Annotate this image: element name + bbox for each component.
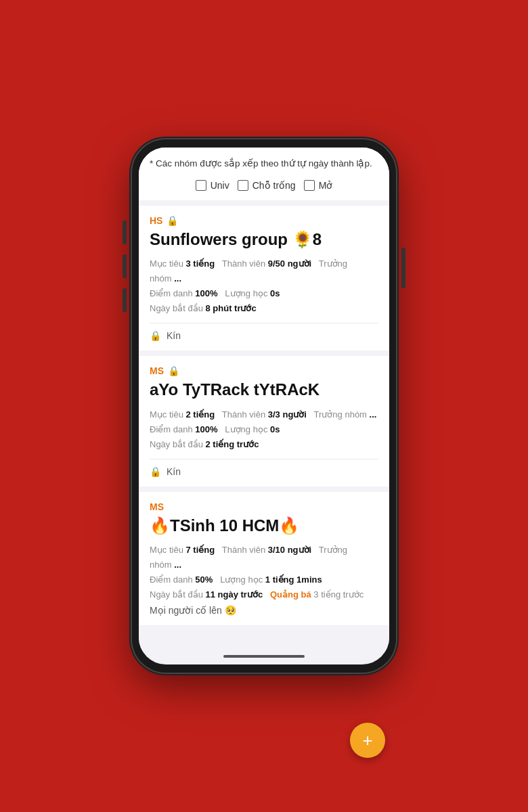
meta-label-ngaybatdau-1: Ngày bắt đầu — [150, 303, 203, 313]
meta-val-ngaybatdau-2: 2 tiếng trước — [206, 439, 259, 449]
status-lock-icon-2: 🔒 — [150, 466, 161, 477]
meta-label-muctieu-2: Mục tiêu — [150, 409, 183, 420]
note-section: * Các nhóm được sắp xếp theo thứ tự ngày… — [139, 148, 389, 200]
meta-val-luonghoc-2: 0s — [270, 424, 280, 434]
group-message-3: Mọi người cố lên 🥺 — [150, 605, 378, 616]
meta-label-luonghoc-2: Lượng học — [225, 424, 267, 434]
group-title-1: Sunflowers group 🌻8 — [150, 229, 378, 250]
group-meta-line3-1: Ngày bắt đầu 8 phút trước — [150, 301, 378, 316]
checkbox-cho-trong[interactable] — [238, 180, 248, 191]
group-title-2: aYo TyTRack tYtRAcK — [150, 379, 378, 400]
filter-label-cho-trong: Chỗ trống — [252, 180, 296, 191]
status-label-1: Kín — [167, 330, 181, 341]
group-title-3: 🔥TSinh 10 HCM🔥 — [150, 515, 378, 536]
meta-val-ngaybatdau-3: 11 ngày trước — [206, 589, 263, 600]
phone-frame: * Các nhóm được sắp xếp theo thứ tự ngày… — [132, 139, 396, 673]
status-lock-icon-1: 🔒 — [150, 330, 161, 341]
group-meta-line3-3: Ngày bắt đầu 11 ngày trước Quảng bá 3 ti… — [150, 587, 378, 602]
meta-val-truongnhom-2: ... — [370, 409, 377, 420]
filter-item-univ[interactable]: Univ — [196, 180, 229, 191]
meta-label-ngaybatdau-3: Ngày bắt đầu — [150, 589, 203, 600]
meta-val-luonghoc-1: 0s — [270, 288, 280, 298]
group-divider-2 — [150, 459, 378, 459]
status-label-2: Kín — [167, 466, 181, 477]
group-meta-line2-3: Điểm danh 50% Lượng học 1 tiếng 1mins — [150, 572, 378, 587]
meta-val-ngaybatdau-1: 8 phút trước — [206, 303, 257, 313]
group-meta-3: Mục tiêu 7 tiếng Thành viên 3/10 người T… — [150, 543, 378, 602]
home-bar — [223, 655, 305, 658]
filter-item-mo[interactable]: Mở — [304, 180, 333, 191]
group-badge-3: MS — [150, 501, 378, 512]
meta-val-truongnhom-3: ... — [174, 560, 181, 570]
lock-icon-1: 🔒 — [167, 215, 178, 226]
meta-val-thanhvien-3: 3/10 người — [268, 545, 311, 555]
group-meta-1: Mục tiêu 3 tiếng Thành viên 9/50 người T… — [150, 256, 378, 316]
group-badge-1: HS 🔒 — [150, 215, 378, 226]
meta-label-luonghoc-3: Lượng học — [220, 574, 263, 585]
group-meta-line3-2: Ngày bắt đầu 2 tiếng trước — [150, 437, 378, 452]
quang-ba-val-3: 3 tiếng trước — [313, 589, 364, 600]
meta-label-thanhvien-2: Thành viên — [222, 409, 265, 420]
meta-val-muctieu-3: 7 tiếng — [186, 545, 215, 555]
group-meta-line2-2: Điểm danh 100% Lượng học 0s — [150, 422, 378, 437]
filter-item-cho-trong[interactable]: Chỗ trống — [238, 180, 296, 191]
meta-label-thanhvien-3: Thành viên — [222, 545, 265, 555]
group-badge-2: MS 🔒 — [150, 365, 378, 376]
meta-val-muctieu-1: 3 tiếng — [186, 258, 215, 269]
fab-button[interactable]: + — [350, 723, 385, 758]
checkbox-mo[interactable] — [304, 180, 315, 191]
group-card-2[interactable]: MS 🔒 aYo TyTRack tYtRAcK Mục tiêu 2 tiến… — [139, 356, 389, 486]
group-badge-label-1: HS — [150, 215, 162, 226]
filter-label-univ: Univ — [211, 180, 229, 191]
group-meta-line1-1: Mục tiêu 3 tiếng Thành viên 9/50 người T… — [150, 256, 378, 286]
checkbox-univ[interactable] — [196, 180, 206, 191]
screen-content: * Các nhóm được sắp xếp theo thứ tự ngày… — [139, 148, 389, 652]
meta-label-truongnhom-2: Trưởng nhóm — [314, 409, 367, 420]
meta-label-muctieu-3: Mục tiêu — [150, 545, 183, 555]
meta-val-diemdanh-3: 50% — [195, 574, 213, 585]
meta-label-luonghoc-1: Lượng học — [225, 288, 267, 298]
phone-screen: * Các nhóm được sắp xếp theo thứ tự ngày… — [139, 148, 389, 665]
home-indicator — [139, 651, 389, 664]
group-meta-2: Mục tiêu 2 tiếng Thành viên 3/3 người Tr… — [150, 407, 378, 452]
group-badge-label-3: MS — [150, 501, 164, 512]
lock-icon-2: 🔒 — [168, 365, 179, 376]
meta-val-diemdanh-1: 100% — [195, 288, 217, 298]
meta-val-thanhvien-2: 3/3 người — [268, 409, 307, 420]
meta-label-thanhvien-1: Thành viên — [222, 258, 265, 269]
group-status-1: 🔒 Kín — [150, 330, 378, 341]
filter-label-mo: Mở — [319, 180, 333, 191]
meta-label-diemdanh-2: Điểm danh — [150, 424, 193, 434]
meta-val-muctieu-2: 2 tiếng — [186, 409, 215, 420]
meta-label-muctieu-1: Mục tiêu — [150, 258, 183, 269]
meta-val-thanhvien-1: 9/50 người — [268, 258, 311, 269]
group-card-1[interactable]: HS 🔒 Sunflowers group 🌻8 Mục tiêu 3 tiến… — [139, 206, 389, 351]
group-divider-1 — [150, 323, 378, 323]
meta-label-diemdanh-3: Điểm danh — [150, 574, 193, 585]
meta-val-diemdanh-2: 100% — [195, 424, 217, 434]
group-meta-line1-3: Mục tiêu 7 tiếng Thành viên 3/10 người T… — [150, 543, 378, 572]
group-card-3[interactable]: MS 🔥TSinh 10 HCM🔥 Mục tiêu 7 tiếng Thành… — [139, 492, 389, 626]
group-status-2: 🔒 Kín — [150, 466, 378, 477]
group-badge-label-2: MS — [150, 365, 164, 376]
quang-ba-label-3: Quảng bá — [270, 589, 311, 600]
meta-val-truongnhom-1: ... — [174, 273, 181, 284]
meta-val-luonghoc-3: 1 tiếng 1mins — [265, 574, 322, 585]
filter-row: Univ Chỗ trống Mở — [150, 180, 378, 191]
note-text: * Các nhóm được sắp xếp theo thứ tự ngày… — [150, 157, 378, 171]
meta-label-ngaybatdau-2: Ngày bắt đầu — [150, 439, 203, 449]
screen-wrapper: * Các nhóm được sắp xếp theo thứ tự ngày… — [139, 148, 389, 665]
group-meta-line1-2: Mục tiêu 2 tiếng Thành viên 3/3 người Tr… — [150, 407, 378, 422]
group-meta-line2-1: Điểm danh 100% Lượng học 0s — [150, 286, 378, 301]
meta-label-diemdanh-1: Điểm danh — [150, 288, 193, 298]
